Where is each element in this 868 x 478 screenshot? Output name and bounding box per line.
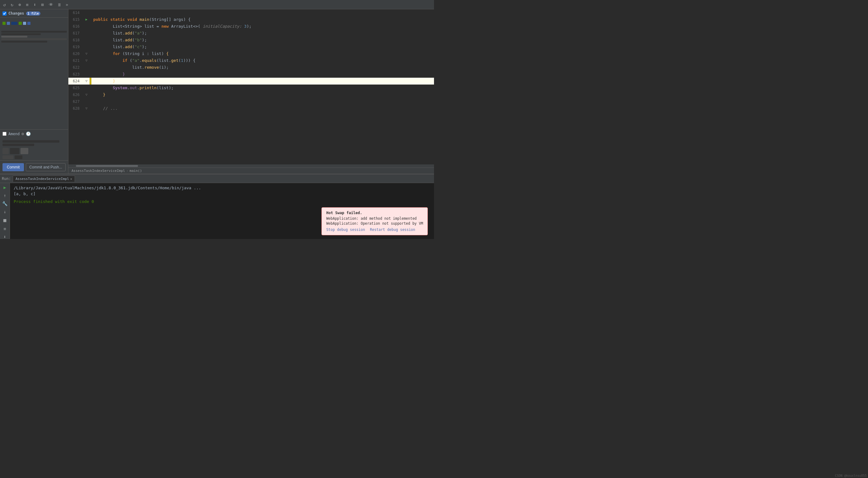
code-text[interactable]: list.remove(i);: [91, 64, 169, 71]
restart-debug-link[interactable]: Restart debug session: [370, 227, 415, 232]
main-container: ↺ ↻ ⊕ ≡ ⬇ ⊞ 👁 ≣ » Changes 1 file: [0, 0, 434, 239]
file-color-block-3: [11, 22, 18, 25]
run-tab[interactable]: AssessTaskIndexServiceImpl ✕: [13, 176, 75, 182]
download-icon[interactable]: ⬇: [32, 2, 37, 8]
run-stop-icon[interactable]: ■: [3, 217, 7, 224]
more-icon[interactable]: »: [64, 2, 69, 8]
run-play-icon[interactable]: ▶: [3, 184, 6, 191]
gutter-icon: [83, 30, 90, 37]
middle-area: Changes 1 file Amend ⚙: [0, 9, 434, 174]
code-text[interactable]: System.out.println(list);: [91, 85, 174, 91]
code-text[interactable]: if ("a".equals(list.get(1))) {: [91, 57, 195, 64]
run-save-icon[interactable]: ⬇: [3, 234, 6, 239]
run-wrench-icon[interactable]: 🔧: [2, 200, 8, 207]
hotswap-line1: WebApplication: add method not implement…: [326, 216, 423, 221]
gutter-icon[interactable]: ▽: [83, 78, 90, 85]
msg-line-2: [2, 144, 34, 146]
scroll-minimap: [0, 29, 68, 129]
stop-debug-link[interactable]: Stop debug session: [326, 227, 365, 232]
commit-push-button[interactable]: Commit and Push...: [26, 163, 65, 171]
code-line: 620▽ for (String i : list) {: [68, 50, 434, 57]
line-number: 618: [68, 37, 83, 43]
gutter-icon[interactable]: ▽: [83, 105, 90, 112]
code-text[interactable]: for (String i : list) {: [91, 50, 169, 57]
code-text[interactable]: }: [91, 78, 115, 85]
horizontal-scrollbar[interactable]: [68, 164, 434, 167]
run-tab-bar: Run: AssessTaskIndexServiceImpl ✕: [0, 174, 434, 183]
code-text[interactable]: list.add("c");: [91, 43, 147, 50]
hotswap-notification: Hot Swap failed. WebApplication: add met…: [321, 207, 428, 235]
gutter-icon: [83, 64, 90, 71]
toolbar: ↺ ↻ ⊕ ≡ ⬇ ⊞ 👁 ≣ »: [0, 0, 434, 9]
file-color-block-5: [23, 22, 26, 25]
msg-line-4: [14, 155, 22, 159]
code-line: 627: [68, 98, 434, 105]
eye-icon[interactable]: 👁: [48, 2, 54, 8]
gear-icon[interactable]: ⚙: [22, 131, 24, 136]
code-text[interactable]: list.add("a");: [91, 30, 147, 37]
code-text[interactable]: public static void main(String[] args) {: [91, 16, 191, 23]
changes-title: Changes: [8, 11, 24, 15]
msg-line-1: [2, 140, 59, 142]
run-output: /Library/Java/JavaVirtualMachines/jdk1.8…: [10, 183, 434, 239]
run-body: ▶ ↑ 🔧 ↓ ■ ≡ ⬇ 📷 🖨 ☰ 🗑 ⊞ » /Library/Java/…: [0, 183, 434, 239]
breadcrumb-method: main(): [130, 169, 142, 173]
gutter-icon: [83, 37, 90, 43]
run-down-icon[interactable]: ↓: [3, 209, 6, 215]
line-number: 617: [68, 30, 83, 37]
changes-checkbox[interactable]: [2, 11, 6, 15]
code-line: 615▶public static void main(String[] arg…: [68, 16, 434, 23]
hotswap-line2: WebApplication: Operation not supported …: [326, 221, 423, 226]
code-text[interactable]: List<String> list = new ArrayList<>( ini…: [91, 23, 251, 30]
gutter-icon: [83, 9, 90, 16]
code-line: 623 }: [68, 71, 434, 78]
list-icon[interactable]: ≣: [57, 2, 62, 8]
clock-icon[interactable]: 🕐: [26, 131, 31, 136]
code-text[interactable]: list.add("b");: [91, 37, 147, 43]
gutter-icon[interactable]: ▽: [83, 50, 90, 57]
amend-checkbox[interactable]: [2, 132, 6, 136]
line-number: 624: [68, 78, 83, 85]
code-text[interactable]: [91, 9, 93, 16]
code-line: 625 System.out.println(list);: [68, 85, 434, 91]
line-number: 622: [68, 64, 83, 71]
code-editor[interactable]: 614615▶public static void main(String[] …: [68, 9, 434, 164]
grid-icon[interactable]: ⊞: [40, 2, 45, 8]
gutter-icon: [83, 98, 90, 105]
gutter-icon: [83, 23, 90, 30]
code-text[interactable]: }: [91, 71, 125, 78]
run-up-icon[interactable]: ↑: [3, 192, 6, 199]
msg-line-3: [2, 155, 13, 159]
breadcrumb-sep: ›: [126, 169, 128, 173]
gutter-icon[interactable]: ▽: [83, 57, 90, 64]
msg-icon-2: [10, 148, 19, 154]
line-number: 623: [68, 71, 83, 78]
file-count-badge: 1 file: [26, 11, 40, 15]
commit-buttons-area: Commit Commit and Push...: [0, 160, 68, 174]
run-list-icon[interactable]: ≡: [3, 226, 6, 232]
file-color-block-1: [2, 22, 6, 25]
run-tab-label: AssessTaskIndexServiceImpl: [16, 177, 69, 181]
gutter-icon[interactable]: ▶: [83, 16, 90, 23]
code-text[interactable]: }: [91, 91, 105, 98]
menu-icon[interactable]: ≡: [25, 2, 30, 8]
run-label: Run:: [2, 177, 11, 181]
file-list-area: [0, 18, 68, 29]
close-tab-icon[interactable]: ✕: [70, 177, 72, 181]
refresh-icon[interactable]: ↺: [2, 2, 7, 8]
commit-button[interactable]: Commit: [2, 163, 24, 171]
code-line: 628▽ // ...: [68, 105, 434, 112]
hotswap-actions: Stop debug session Restart debug session: [326, 227, 423, 232]
gutter-icon[interactable]: ▽: [83, 91, 90, 98]
redo-icon[interactable]: ↻: [9, 2, 14, 8]
code-text[interactable]: [91, 98, 93, 105]
breadcrumb-file: AssessTaskIndexServiceImpl: [71, 169, 125, 173]
line-number: 615: [68, 16, 83, 23]
line-number: 626: [68, 91, 83, 98]
code-text[interactable]: // ...: [91, 105, 118, 112]
sidebar: Changes 1 file Amend ⚙: [0, 9, 68, 174]
line-number: 620: [68, 50, 83, 57]
line-number: 628: [68, 105, 83, 112]
msg-icon-1: [2, 148, 9, 154]
add-icon[interactable]: ⊕: [17, 2, 22, 8]
